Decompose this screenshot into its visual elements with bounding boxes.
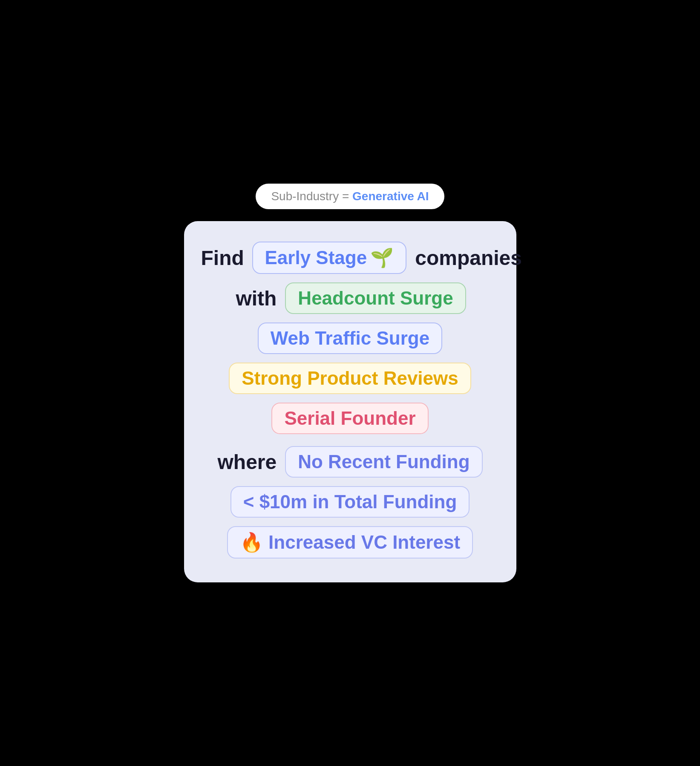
main-card: Find Early Stage 🌱 companies with Headco…: [184, 221, 516, 582]
with-headcount-row: with Headcount Surge: [201, 282, 499, 314]
filter-pill-value: Generative AI: [352, 190, 429, 203]
no-recent-funding-tag[interactable]: No Recent Funding: [285, 446, 482, 478]
early-stage-tag[interactable]: Early Stage 🌱: [252, 242, 407, 274]
vc-interest-label: 🔥 Increased VC Interest: [240, 531, 460, 553]
product-reviews-row: Strong Product Reviews: [201, 363, 499, 394]
early-stage-label: Early Stage: [265, 247, 367, 268]
headcount-surge-label: Headcount Surge: [298, 288, 453, 309]
with-label: with: [234, 287, 277, 310]
vc-interest-row: 🔥 Increased VC Interest: [201, 526, 499, 559]
early-stage-emoji: 🌱: [370, 247, 394, 269]
web-traffic-tag[interactable]: Web Traffic Surge: [258, 323, 442, 354]
web-traffic-label: Web Traffic Surge: [271, 328, 429, 349]
find-row: Find Early Stage 🌱 companies: [201, 242, 499, 274]
web-traffic-row: Web Traffic Surge: [201, 323, 499, 354]
headcount-surge-tag[interactable]: Headcount Surge: [285, 282, 466, 314]
total-funding-label: < $10m in Total Funding: [243, 491, 457, 513]
vc-interest-tag[interactable]: 🔥 Increased VC Interest: [227, 526, 473, 559]
no-recent-funding-label: No Recent Funding: [298, 451, 470, 472]
strong-reviews-tag[interactable]: Strong Product Reviews: [229, 363, 471, 394]
filter-pill[interactable]: Sub-Industry = Generative AI: [256, 184, 444, 209]
companies-label: companies: [415, 246, 499, 270]
serial-founder-row: Serial Founder: [201, 403, 499, 434]
where-label: where: [217, 450, 277, 474]
total-funding-row: < $10m in Total Funding: [201, 486, 499, 518]
serial-founder-label: Serial Founder: [284, 408, 415, 429]
total-funding-tag[interactable]: < $10m in Total Funding: [230, 486, 470, 518]
serial-founder-tag[interactable]: Serial Founder: [271, 403, 428, 434]
strong-reviews-label: Strong Product Reviews: [242, 368, 458, 389]
where-funding-row: where No Recent Funding: [201, 446, 499, 478]
filter-pill-prefix: Sub-Industry =: [271, 190, 352, 203]
page-wrapper: Sub-Industry = Generative AI Find Early …: [176, 171, 525, 595]
find-label: Find: [201, 246, 244, 270]
